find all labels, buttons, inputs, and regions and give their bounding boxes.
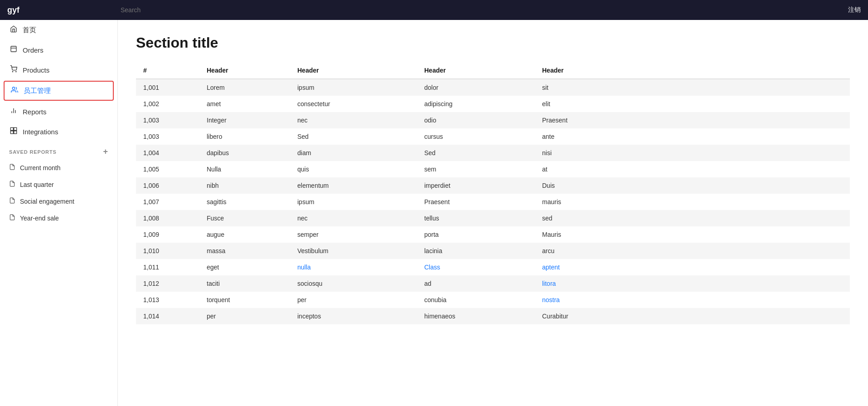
doc-icon: [9, 181, 15, 188]
saved-reports-section: SAVED REPORTS +: [0, 142, 117, 159]
svg-point-1: [12, 71, 13, 72]
table-cell: Vestibulum: [290, 243, 417, 259]
table-cell: consectetur: [290, 96, 417, 112]
table-header-2: Header: [290, 62, 417, 79]
table-cell: 1,004: [136, 145, 199, 161]
page-title: Section title: [136, 34, 850, 51]
table-row: 1,005Nullaquissemat: [136, 161, 850, 177]
table-row: 1,002ametconsecteturadipiscingelit: [136, 96, 850, 112]
table-cell: lacinia: [417, 243, 535, 259]
layout: 首页OrdersProducts员工管理ReportsIntegrations …: [0, 20, 868, 406]
sidebar-item-orders[interactable]: Orders: [0, 40, 117, 60]
table-cell: arcu: [535, 243, 850, 259]
table-cell: Duis: [535, 177, 850, 194]
table-cell: Praesent: [535, 112, 850, 128]
sidebar-report-last-quarter[interactable]: Last quarter: [0, 176, 117, 193]
sidebar-report-year-end-sale[interactable]: Year-end sale: [0, 210, 117, 226]
table-cell: massa: [199, 243, 290, 259]
table-cell[interactable]: nulla: [290, 259, 417, 275]
table-cell: diam: [290, 145, 417, 161]
table-cell: 1,008: [136, 210, 199, 226]
table-cell: 1,009: [136, 226, 199, 243]
table-cell: dapibus: [199, 145, 290, 161]
brand-logo: gyf: [7, 5, 121, 15]
table-cell[interactable]: aptent: [535, 259, 850, 275]
table-cell: 1,012: [136, 275, 199, 292]
products-icon: [9, 65, 18, 74]
table-cell: elit: [535, 96, 850, 112]
report-label: Social engagement: [20, 198, 74, 205]
table-row: 1,011egetnullaClassaptent: [136, 259, 850, 275]
doc-icon: [9, 214, 15, 222]
sidebar-item-products[interactable]: Products: [0, 60, 117, 80]
table-cell: Praesent: [417, 194, 535, 210]
table-cell: adipiscing: [417, 96, 535, 112]
employees-icon: [10, 86, 19, 95]
table-cell: himenaeos: [417, 308, 535, 324]
sidebar-item-label: Products: [23, 66, 49, 74]
table-cell: Integer: [199, 112, 290, 128]
table-cell: imperdiet: [417, 177, 535, 194]
table-cell: libero: [199, 128, 290, 145]
table-cell: elementum: [290, 177, 417, 194]
sidebar-item-reports[interactable]: Reports: [0, 102, 117, 122]
table-cell: mauris: [535, 194, 850, 210]
svg-point-2: [16, 71, 16, 72]
topbar: gyf 注销: [0, 0, 868, 20]
table-row: 1,001Loremipsumdolorsit: [136, 79, 850, 96]
table-cell: 1,005: [136, 161, 199, 177]
sidebar-item-label: 员工管理: [24, 87, 51, 95]
table-cell: at: [535, 161, 850, 177]
integrations-icon: [9, 127, 18, 136]
table-cell: 1,014: [136, 308, 199, 324]
sidebar-item-employees[interactable]: 员工管理: [4, 81, 114, 101]
sidebar-item-label: Integrations: [23, 128, 58, 136]
table-cell: taciti: [199, 275, 290, 292]
saved-reports-label: SAVED REPORTS: [9, 149, 57, 155]
table-row: 1,004dapibusdiamSednisi: [136, 145, 850, 161]
sidebar-item-integrations[interactable]: Integrations: [0, 122, 117, 142]
table-cell[interactable]: Class: [417, 259, 535, 275]
table-cell: 1,010: [136, 243, 199, 259]
table-header-4: Header: [535, 62, 850, 79]
table-cell: Fusce: [199, 210, 290, 226]
table-cell: per: [290, 292, 417, 308]
svg-rect-7: [10, 127, 13, 130]
table-cell: 1,011: [136, 259, 199, 275]
orders-icon: [9, 45, 18, 54]
table-cell: ad: [417, 275, 535, 292]
table-cell[interactable]: nostra: [535, 292, 850, 308]
table-header-0: #: [136, 62, 199, 79]
sidebar-report-current-month[interactable]: Current month: [0, 159, 117, 176]
reports-icon: [9, 107, 18, 116]
table-cell: sed: [535, 210, 850, 226]
table-row: 1,008Fuscenectellussed: [136, 210, 850, 226]
table-cell[interactable]: litora: [535, 275, 850, 292]
sidebar-item-home[interactable]: 首页: [0, 20, 117, 40]
table-cell: 1,002: [136, 96, 199, 112]
report-label: Year-end sale: [20, 215, 59, 222]
table-cell: odio: [417, 112, 535, 128]
table-cell: Sed: [290, 128, 417, 145]
table-cell: conubia: [417, 292, 535, 308]
data-table: #HeaderHeaderHeaderHeader 1,001Loremipsu…: [136, 62, 850, 324]
table-cell: Curabitur: [535, 308, 850, 324]
logout-button[interactable]: 注销: [848, 6, 861, 14]
table-cell: sociosqu: [290, 275, 417, 292]
table-cell: sagittis: [199, 194, 290, 210]
sidebar-item-label: Orders: [23, 46, 44, 54]
table-cell: porta: [417, 226, 535, 243]
table-cell: torquent: [199, 292, 290, 308]
table-cell: ipsum: [290, 79, 417, 96]
add-report-button[interactable]: +: [103, 147, 108, 157]
table-cell: quis: [290, 161, 417, 177]
report-label: Current month: [20, 164, 60, 171]
sidebar-report-social-engagement[interactable]: Social engagement: [0, 193, 117, 210]
table-header-1: Header: [199, 62, 290, 79]
table-cell: 1,001: [136, 79, 199, 96]
table-cell: ipsum: [290, 194, 417, 210]
table-cell: per: [199, 308, 290, 324]
table-cell: amet: [199, 96, 290, 112]
table-row: 1,003liberoSedcursusante: [136, 128, 850, 145]
search-input[interactable]: [121, 6, 848, 14]
